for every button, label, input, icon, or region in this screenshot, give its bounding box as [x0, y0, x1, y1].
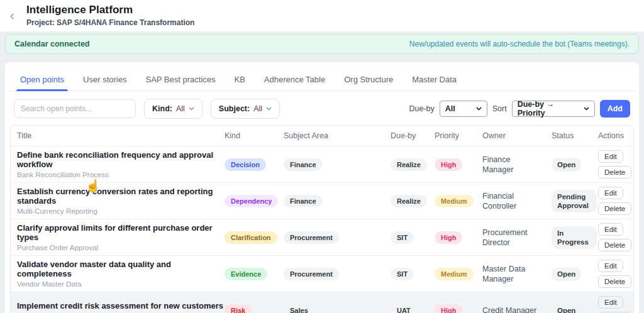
sort-select[interactable]: Due-by → Priority — [512, 101, 595, 117]
dueby-select[interactable]: All — [440, 101, 487, 117]
open-point-title: Establish currency conversion rates and … — [17, 187, 225, 206]
owner-text: Procurement Director — [482, 228, 552, 248]
subject-filter[interactable]: Subject: All — [211, 99, 280, 119]
delete-button[interactable]: Delete — [598, 239, 631, 251]
filter-bar: Kind: All Subject: All Due-by All Sort — [14, 99, 630, 119]
dueby-label: Due-by — [409, 104, 434, 113]
column-header-dueby: Due-by — [391, 131, 435, 140]
column-header-title: Title — [17, 131, 225, 140]
search-input[interactable] — [14, 99, 136, 118]
dueby-badge: UAT — [391, 304, 417, 313]
edit-button[interactable]: Edit — [598, 296, 623, 309]
column-header-subject-area: Subject Area — [284, 131, 391, 140]
back-icon[interactable]: ‹ — [6, 9, 18, 21]
kind-badge: Clarification — [225, 231, 277, 244]
subject-badge: Finance — [284, 158, 323, 171]
add-button[interactable]: Add — [600, 100, 630, 118]
kind-filter-label: Kind: — [152, 104, 172, 113]
sort-select-value: Due-by → Priority — [518, 100, 579, 118]
kind-badge: Decision — [225, 158, 266, 171]
open-point-subtitle: Multi-Currency Reporting — [17, 207, 225, 215]
chevron-down-icon — [266, 107, 272, 111]
edit-button[interactable]: Edit — [598, 260, 623, 272]
open-point-title: Validate vendor master data quality and … — [17, 260, 225, 278]
status-badge: Open — [552, 158, 581, 172]
tab-org-structure[interactable]: Org Structure — [343, 72, 394, 91]
owner-text: Financial Controller — [482, 191, 552, 211]
table-row: Establish currency conversion rates and … — [11, 183, 633, 219]
kind-badge: Risk — [225, 304, 252, 313]
tab-master-data[interactable]: Master Data — [411, 72, 458, 91]
subject-badge: Procurement — [284, 268, 339, 280]
open-point-title-cell[interactable]: Define bank reconciliation frequency and… — [17, 150, 225, 178]
table-row: Validate vendor master data quality and … — [11, 256, 633, 292]
sort-label: Sort — [492, 104, 507, 113]
edit-button[interactable]: Edit — [598, 150, 623, 163]
tab-kb[interactable]: KB — [233, 72, 247, 91]
tab-user-stories[interactable]: User stories — [82, 72, 128, 91]
open-points-table: Title Kind Subject Area Due-by Priority … — [10, 125, 634, 313]
kind-filter[interactable]: Kind: All — [144, 99, 203, 119]
owner-text: Finance Manager — [482, 155, 552, 175]
subject-badge: Sales — [284, 304, 314, 313]
open-point-title-cell[interactable]: Implement credit risk assessment for new… — [17, 301, 225, 313]
open-point-subtitle: Bank Reconciliation Process — [17, 171, 225, 178]
page-title: Intelligence Platform — [26, 4, 194, 16]
open-point-title-cell[interactable]: Establish currency conversion rates and … — [17, 187, 225, 215]
tab-adherence-table[interactable]: Adherence Table — [263, 72, 326, 91]
open-point-subtitle: Vendor Master Data — [17, 280, 225, 288]
calendar-status-text: Calendar connected — [14, 40, 89, 48]
edit-button[interactable]: Edit — [598, 187, 623, 199]
priority-badge: High — [435, 158, 462, 171]
kind-filter-value: All — [176, 104, 185, 113]
open-point-title-cell[interactable]: Clarify approval limits for different pu… — [17, 223, 225, 251]
subject-badge: Procurement — [284, 231, 339, 244]
chevron-down-icon — [584, 107, 589, 111]
status-badge: Open — [552, 267, 581, 281]
dueby-badge: SIT — [391, 268, 414, 280]
owner-text: Credit Manager — [482, 305, 552, 313]
status-badge: Pending Approval — [552, 190, 597, 212]
table-row: Clarify approval limits for different pu… — [11, 219, 633, 256]
delete-button[interactable]: Delete — [598, 275, 631, 288]
tab-sap-best-practices[interactable]: SAP Best practices — [144, 72, 216, 91]
dueby-badge: SIT — [391, 231, 414, 244]
open-point-title-cell[interactable]: Validate vendor master data quality and … — [17, 260, 225, 288]
kind-badge: Evidence — [225, 268, 267, 280]
dueby-badge: Realize — [391, 158, 427, 171]
priority-badge: Medium — [435, 195, 474, 207]
priority-badge: High — [435, 231, 462, 244]
top-bar: ‹ Intelligence Platform Project: SAP S/4… — [0, 0, 644, 31]
subject-filter-label: Subject: — [219, 104, 250, 113]
column-header-owner: Owner — [482, 131, 552, 140]
chevron-down-icon — [476, 107, 482, 111]
priority-badge: Medium — [435, 268, 474, 280]
kind-badge: Dependency — [225, 195, 278, 207]
open-point-title: Define bank reconciliation frequency and… — [17, 150, 225, 169]
subject-filter-value: All — [253, 104, 262, 113]
priority-badge: High — [435, 304, 462, 313]
tab-open-points[interactable]: Open points — [19, 72, 65, 91]
dueby-select-value: All — [445, 104, 455, 113]
column-header-status: Status — [552, 131, 598, 140]
delete-button[interactable]: Delete — [598, 202, 631, 215]
tab-bar: Open points User stories SAP Best practi… — [9, 69, 635, 91]
column-header-actions: Actions — [598, 131, 628, 140]
project-subtitle: Project: SAP S/4HANA Finance Transformat… — [26, 18, 194, 27]
status-badge: In Progress — [552, 226, 597, 249]
subject-badge: Finance — [284, 195, 323, 207]
open-point-title: Implement credit risk assessment for new… — [17, 301, 225, 310]
column-header-kind: Kind — [225, 131, 284, 140]
chevron-down-icon — [189, 107, 194, 111]
main-card: Open points User stories SAP Best practi… — [5, 62, 639, 313]
table-header-row: Title Kind Subject Area Due-by Priority … — [11, 126, 633, 146]
column-header-priority: Priority — [435, 131, 482, 140]
edit-button[interactable]: Edit — [598, 223, 623, 236]
delete-button[interactable]: Delete — [598, 166, 631, 178]
owner-text: Master Data Manager — [482, 264, 552, 284]
dueby-badge: Realize — [391, 195, 427, 207]
table-row: Define bank reconciliation frequency and… — [11, 146, 633, 183]
status-badge: Open — [552, 304, 581, 313]
calendar-banner: Calendar connected New/updated events wi… — [5, 34, 639, 54]
open-point-title: Clarify approval limits for different pu… — [17, 223, 225, 242]
